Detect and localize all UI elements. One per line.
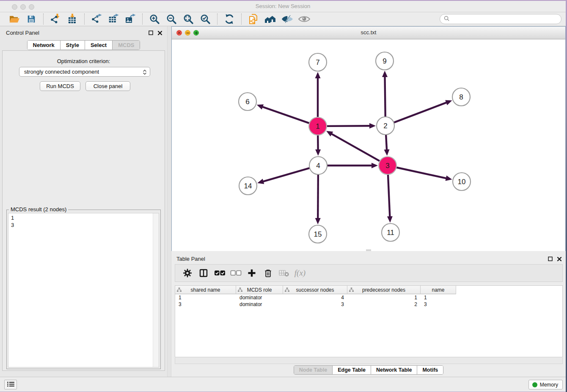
column-header-mcds-role[interactable]: MCDS role — [236, 286, 283, 294]
edge-2-to-3[interactable] — [384, 134, 389, 156]
graph-node-9[interactable]: 9 — [376, 52, 394, 70]
float-table-panel-icon[interactable] — [547, 255, 554, 262]
show-columns-button[interactable] — [195, 266, 212, 280]
task-history-button[interactable] — [4, 380, 17, 389]
edge-4-to-15[interactable] — [315, 174, 321, 224]
zoom-out-button[interactable] — [164, 13, 179, 25]
maximize-window-icon[interactable] — [29, 4, 34, 10]
edge-1-to-7[interactable] — [315, 72, 321, 118]
graph-node-11[interactable]: 11 — [382, 224, 399, 241]
edge-3-to-11[interactable] — [387, 174, 393, 223]
table-tab-node-table[interactable]: Node Table — [294, 366, 332, 374]
edge-1-to-4[interactable] — [315, 135, 321, 156]
settings-button[interactable] — [179, 266, 195, 280]
import-table-button[interactable] — [65, 13, 80, 25]
edge-2-to-8[interactable] — [394, 100, 452, 122]
zoom-fit-button[interactable] — [181, 13, 195, 25]
control-tab-network[interactable]: Network — [28, 41, 60, 50]
search-box[interactable] — [440, 14, 561, 24]
home-view-button[interactable] — [263, 13, 278, 25]
graph-node-3[interactable]: 3 — [379, 157, 396, 174]
graph-node-14[interactable]: 14 — [239, 177, 257, 195]
close-table-panel-icon[interactable] — [556, 255, 563, 262]
add-row-button[interactable] — [244, 266, 260, 280]
node-table: shared nameMCDS rolesuccessor nodesprede… — [175, 285, 563, 357]
deselect-all-button[interactable] — [228, 266, 244, 280]
control-tab-style[interactable]: Style — [60, 41, 85, 50]
zoom-network-icon[interactable] — [193, 30, 199, 36]
graph-node-1[interactable]: 1 — [309, 117, 327, 135]
cell-shared-name[interactable]: 3 — [175, 301, 236, 307]
graph-node-15[interactable]: 15 — [309, 225, 327, 243]
edge-4-to-14[interactable] — [257, 168, 310, 184]
cell-mcds-role[interactable]: dominator — [236, 295, 283, 301]
minimize-network-icon[interactable] — [185, 30, 190, 36]
refresh-layout-button[interactable] — [222, 13, 237, 25]
float-panel-icon[interactable] — [147, 29, 154, 36]
cell-name[interactable]: 1 — [421, 295, 456, 301]
network-canvas[interactable]: 7968124314101511 — [172, 39, 565, 251]
main-toolbar — [0, 12, 566, 26]
edge-1-to-6[interactable] — [257, 104, 310, 123]
cell-shared-name[interactable]: 1 — [175, 295, 236, 301]
svg-text:7: 7 — [316, 58, 319, 66]
column-header-predecessor-nodes[interactable]: predecessor nodes — [347, 286, 421, 294]
edge-4-to-3[interactable] — [327, 163, 378, 168]
hide-selected-button[interactable] — [280, 13, 295, 25]
graph-node-8[interactable]: 8 — [452, 88, 470, 106]
close-network-icon[interactable] — [176, 30, 182, 36]
settings-icon — [183, 268, 192, 278]
result-scrollbar[interactable] — [153, 213, 159, 367]
panel-splitter[interactable] — [167, 26, 171, 377]
close-panel-icon[interactable] — [156, 29, 163, 36]
export-network-button[interactable] — [89, 13, 104, 25]
column-header-name[interactable]: name — [421, 286, 456, 294]
save-session-button[interactable] — [24, 13, 39, 25]
table-tab-edge-table[interactable]: Edge Table — [332, 366, 371, 374]
cell-name[interactable]: 3 — [421, 301, 456, 307]
graph-node-2[interactable]: 2 — [377, 117, 394, 135]
graph-node-4[interactable]: 4 — [309, 157, 327, 174]
control-tab-select[interactable]: Select — [85, 41, 112, 50]
open-file-button[interactable] — [7, 13, 22, 25]
delete-row-button[interactable] — [260, 266, 276, 280]
cell-predecessor-nodes[interactable]: 2 — [347, 301, 421, 307]
export-image-button[interactable] — [123, 13, 138, 25]
search-input[interactable] — [452, 16, 557, 23]
table-row-1[interactable]: 1dominator411 — [175, 294, 562, 301]
zoom-selected-button[interactable] — [198, 13, 212, 25]
cell-successor-nodes[interactable]: 4 — [283, 295, 347, 301]
graph-node-7[interactable]: 7 — [309, 53, 327, 71]
control-tab-mcds[interactable]: MCDS — [112, 41, 140, 50]
table-tab-network-table[interactable]: Network Table — [371, 366, 417, 374]
close-window-icon[interactable] — [12, 4, 17, 10]
edge-2-to-9[interactable] — [382, 71, 388, 117]
table-horizontal-scrollbar[interactable] — [175, 358, 563, 364]
memory-button[interactable]: Memory — [528, 380, 563, 389]
graph-node-6[interactable]: 6 — [239, 93, 256, 110]
table-row-2[interactable]: 3dominator323 — [175, 301, 562, 308]
resize-handle[interactable] — [366, 249, 371, 251]
new-network-from-selection-button[interactable] — [246, 13, 261, 25]
cell-predecessor-nodes[interactable]: 1 — [347, 295, 421, 301]
close-panel-button[interactable]: Close panel — [85, 81, 130, 91]
mcds-result-list[interactable]: 13 — [8, 213, 159, 367]
run-mcds-button[interactable]: Run MCDS — [40, 81, 80, 91]
graph-node-10[interactable]: 10 — [453, 173, 471, 190]
minimize-window-icon[interactable] — [20, 4, 26, 10]
cell-mcds-role[interactable]: dominator — [236, 301, 283, 307]
column-header-successor-nodes[interactable]: successor nodes — [283, 286, 347, 294]
show-all-button[interactable] — [297, 13, 311, 25]
select-all-button[interactable] — [212, 266, 228, 280]
edge-1-to-2[interactable] — [326, 123, 376, 129]
mcds-result-node: 1 — [11, 214, 156, 221]
cell-successor-nodes[interactable]: 3 — [283, 301, 347, 307]
zoom-in-button[interactable] — [147, 13, 162, 25]
table-tab-motifs[interactable]: Motifs — [417, 366, 443, 374]
edge-3-to-10[interactable] — [396, 167, 452, 181]
import-network-button[interactable] — [48, 13, 63, 25]
edge-3-to-1[interactable] — [326, 131, 380, 161]
column-header-shared-name[interactable]: shared name — [175, 286, 236, 294]
criterion-dropdown[interactable]: strongly connected component — [19, 67, 150, 77]
export-table-button[interactable] — [106, 13, 121, 25]
